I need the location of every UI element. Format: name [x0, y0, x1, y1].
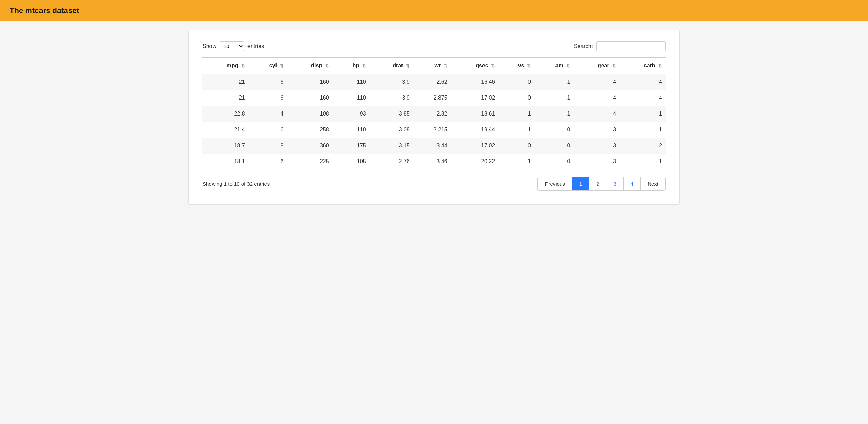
- col-header-gear[interactable]: gear ⇅: [573, 58, 620, 74]
- cell-qsec: 17.02: [451, 138, 499, 154]
- col-header-drat[interactable]: drat ⇅: [370, 58, 413, 74]
- cell-mpg: 18.1: [202, 154, 248, 169]
- cell-hp: 110: [333, 90, 370, 106]
- cell-vs: 1: [498, 106, 534, 122]
- col-header-hp[interactable]: hp ⇅: [333, 58, 370, 74]
- cell-mpg: 18.7: [202, 138, 248, 154]
- cell-vs: 0: [498, 74, 534, 90]
- page-button-3[interactable]: 3: [606, 177, 623, 190]
- col-header-cyl[interactable]: cyl ⇅: [248, 58, 287, 74]
- controls-row: Show 10 25 50 100 entries Search:: [202, 41, 666, 51]
- cell-am: 0: [534, 138, 573, 154]
- show-entries-control: Show 10 25 50 100 entries: [202, 41, 264, 51]
- cell-gear: 3: [573, 154, 620, 169]
- table-row: 18.162251052.763.4620.221031: [202, 154, 666, 169]
- cell-cyl: 6: [248, 154, 287, 169]
- sort-icon-gear: ⇅: [612, 63, 616, 68]
- cell-carb: 2: [620, 138, 666, 154]
- show-label: Show: [202, 43, 216, 49]
- search-control: Search:: [574, 41, 666, 51]
- col-header-mpg[interactable]: mpg ⇅: [202, 58, 248, 74]
- table-row: 21.462581103.083.21519.441031: [202, 122, 666, 138]
- cell-disp: 160: [287, 90, 333, 106]
- cell-vs: 0: [498, 90, 534, 106]
- sort-icon-carb: ⇅: [658, 63, 662, 68]
- cell-disp: 258: [287, 122, 333, 138]
- cell-disp: 225: [287, 154, 333, 169]
- page-button-2[interactable]: 2: [589, 177, 606, 190]
- cell-drat: 3.08: [370, 122, 413, 138]
- cell-carb: 4: [620, 74, 666, 90]
- sort-icon-vs: ⇅: [527, 63, 531, 68]
- col-header-qsec[interactable]: qsec ⇅: [451, 58, 499, 74]
- cell-gear: 4: [573, 90, 620, 106]
- col-header-disp[interactable]: disp ⇅: [287, 58, 333, 74]
- table-row: 22.84108933.852.3218.611141: [202, 106, 666, 122]
- cell-wt: 2.62: [413, 74, 451, 90]
- cell-qsec: 17.02: [451, 90, 499, 106]
- app-title: The mtcars dataset: [10, 6, 79, 15]
- cell-am: 1: [534, 90, 573, 106]
- col-header-wt[interactable]: wt ⇅: [413, 58, 451, 74]
- cell-hp: 105: [333, 154, 370, 169]
- sort-icon-mpg: ⇅: [241, 63, 245, 68]
- pagination: Previous 1 2 3 4 Next: [537, 177, 666, 191]
- cell-am: 1: [534, 106, 573, 122]
- cell-drat: 3.9: [370, 74, 413, 90]
- next-button[interactable]: Next: [641, 177, 665, 190]
- col-header-am[interactable]: am ⇅: [534, 58, 573, 74]
- cell-cyl: 6: [248, 74, 287, 90]
- entries-select[interactable]: 10 25 50 100: [220, 41, 244, 51]
- cell-disp: 360: [287, 138, 333, 154]
- page-button-1[interactable]: 1: [572, 177, 589, 190]
- data-table: mpg ⇅ cyl ⇅ disp ⇅ hp ⇅ drat ⇅ wt ⇅ qsec…: [202, 57, 666, 169]
- cell-mpg: 21.4: [202, 122, 248, 138]
- cell-hp: 93: [333, 106, 370, 122]
- previous-button[interactable]: Previous: [538, 177, 572, 190]
- entries-label: entries: [247, 43, 264, 49]
- showing-text: Showing 1 to 10 of 32 entries: [202, 181, 270, 187]
- cell-qsec: 18.61: [451, 106, 499, 122]
- cell-drat: 3.15: [370, 138, 413, 154]
- app-header: The mtcars dataset: [0, 0, 868, 21]
- cell-carb: 1: [620, 122, 666, 138]
- col-header-vs[interactable]: vs ⇅: [498, 58, 534, 74]
- cell-drat: 3.9: [370, 90, 413, 106]
- cell-mpg: 21: [202, 74, 248, 90]
- cell-carb: 1: [620, 106, 666, 122]
- cell-hp: 175: [333, 138, 370, 154]
- cell-gear: 4: [573, 106, 620, 122]
- cell-carb: 4: [620, 90, 666, 106]
- sort-icon-drat: ⇅: [406, 63, 410, 68]
- search-input[interactable]: [596, 41, 666, 51]
- cell-mpg: 22.8: [202, 106, 248, 122]
- sort-icon-am: ⇅: [566, 63, 570, 68]
- page-button-4[interactable]: 4: [624, 177, 641, 190]
- cell-cyl: 8: [248, 138, 287, 154]
- cell-am: 0: [534, 154, 573, 169]
- table-row: 2161601103.92.87517.020144: [202, 90, 666, 106]
- sort-icon-hp: ⇅: [362, 63, 366, 68]
- cell-cyl: 6: [248, 90, 287, 106]
- main-container: Show 10 25 50 100 entries Search: mpg ⇅ …: [188, 30, 680, 205]
- cell-cyl: 4: [248, 106, 287, 122]
- sort-icon-qsec: ⇅: [491, 63, 495, 68]
- cell-wt: 2.32: [413, 106, 451, 122]
- cell-hp: 110: [333, 122, 370, 138]
- cell-wt: 3.215: [413, 122, 451, 138]
- cell-am: 1: [534, 74, 573, 90]
- cell-mpg: 21: [202, 90, 248, 106]
- search-label: Search:: [574, 43, 593, 49]
- cell-gear: 4: [573, 74, 620, 90]
- col-header-carb[interactable]: carb ⇅: [620, 58, 666, 74]
- cell-qsec: 20.22: [451, 154, 499, 169]
- cell-gear: 3: [573, 138, 620, 154]
- cell-wt: 2.875: [413, 90, 451, 106]
- cell-vs: 1: [498, 154, 534, 169]
- cell-vs: 0: [498, 138, 534, 154]
- sort-icon-disp: ⇅: [325, 63, 329, 68]
- cell-disp: 160: [287, 74, 333, 90]
- cell-carb: 1: [620, 154, 666, 169]
- cell-vs: 1: [498, 122, 534, 138]
- table-row: 2161601103.92.6216.460144: [202, 74, 666, 90]
